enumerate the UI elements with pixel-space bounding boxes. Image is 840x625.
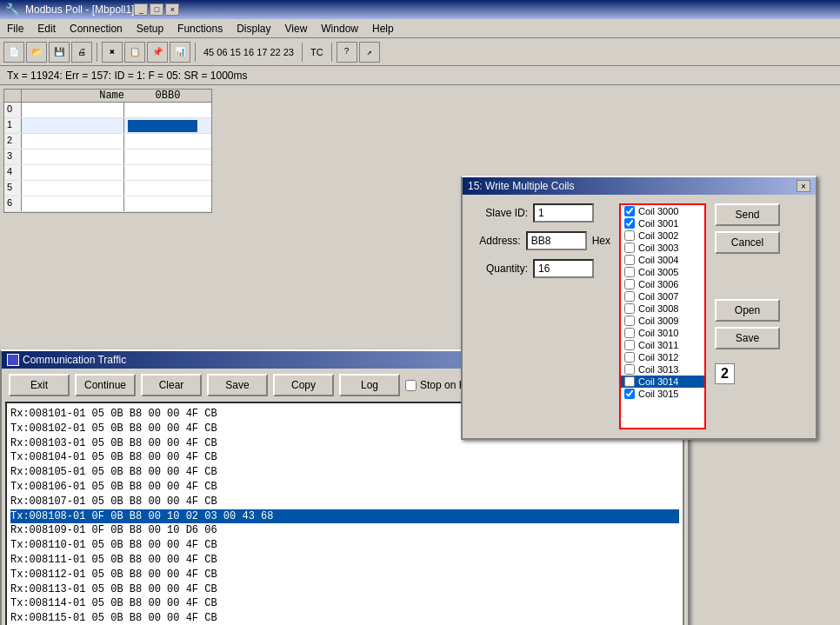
stop-on-error-checkbox[interactable]: [405, 380, 417, 391]
new-button[interactable]: 📄: [3, 42, 24, 63]
open-coils-button[interactable]: Open: [715, 299, 780, 322]
row-name-2[interactable]: [22, 134, 124, 149]
coil-checkbox[interactable]: [624, 279, 635, 289]
coil-item[interactable]: Coil 3000: [621, 205, 704, 217]
send-button[interactable]: Send: [715, 203, 780, 226]
coil-checkbox[interactable]: [624, 267, 635, 277]
maximize-button[interactable]: □: [150, 3, 163, 16]
menu-help[interactable]: Help: [365, 21, 401, 37]
address-label: Address:: [471, 235, 521, 247]
copy-button[interactable]: 📋: [124, 42, 145, 63]
coil-checkbox[interactable]: [624, 328, 635, 338]
coil-item[interactable]: Coil 3012: [621, 351, 704, 363]
clear-button[interactable]: Clear: [141, 374, 202, 396]
coil-item[interactable]: Coil 3004: [621, 254, 704, 266]
coil-item[interactable]: Coil 3003: [621, 242, 704, 254]
delete-button[interactable]: ✖: [102, 42, 123, 63]
grid-row-3[interactable]: 3: [4, 150, 211, 165]
coil-item[interactable]: Coil 3005: [621, 266, 704, 278]
row-name-3[interactable]: [22, 150, 124, 164]
row-value-2[interactable]: [124, 134, 211, 149]
coil-item[interactable]: Coil 3014: [621, 376, 704, 388]
menu-setup[interactable]: Setup: [130, 21, 170, 37]
coil-item[interactable]: Coil 3008: [621, 303, 704, 315]
coil-item[interactable]: Coil 3009: [621, 315, 704, 327]
row-value-3[interactable]: [124, 150, 211, 164]
menu-file[interactable]: File: [0, 21, 30, 37]
log-button[interactable]: Log: [339, 374, 400, 396]
row-value-0[interactable]: [124, 103, 211, 117]
monitor-button[interactable]: 📊: [170, 42, 190, 63]
coil-label: Coil 3002: [638, 230, 678, 241]
about-button[interactable]: ↗: [359, 42, 380, 63]
menu-window[interactable]: Window: [314, 21, 365, 37]
grid-row-5[interactable]: 5: [4, 181, 211, 196]
coil-item[interactable]: Coil 3010: [621, 327, 704, 339]
coil-checkbox[interactable]: [624, 316, 635, 326]
row-name-5[interactable]: [22, 181, 124, 196]
row-name-0[interactable]: [22, 103, 124, 117]
row-value-6[interactable]: [124, 196, 211, 211]
menu-view[interactable]: View: [278, 21, 315, 37]
coil-checkbox[interactable]: [624, 389, 635, 399]
save-coils-button[interactable]: Save: [715, 327, 780, 349]
coil-checkbox[interactable]: [624, 376, 635, 387]
exit-button[interactable]: Exit: [9, 374, 70, 396]
coil-checkbox[interactable]: [624, 255, 635, 265]
menu-display[interactable]: Display: [230, 21, 277, 37]
coil-item[interactable]: Coil 3002: [621, 229, 704, 242]
separator-4: [331, 43, 332, 62]
coil-checkbox[interactable]: [624, 218, 635, 229]
row-name-1[interactable]: [22, 118, 124, 133]
slave-id-label: Slave ID:: [471, 207, 528, 219]
grid-row-6[interactable]: 6: [4, 196, 211, 212]
coil-label: Coil 3008: [638, 303, 678, 314]
row-name-6[interactable]: [22, 196, 124, 211]
paste-button[interactable]: 📌: [147, 42, 168, 63]
coil-item[interactable]: Coil 3007: [621, 290, 704, 303]
menu-edit[interactable]: Edit: [30, 21, 63, 37]
coil-checkbox[interactable]: [624, 243, 635, 253]
grid-row-1[interactable]: 1: [4, 118, 211, 134]
coil-item[interactable]: Coil 3013: [621, 363, 704, 376]
coil-checkbox[interactable]: [624, 364, 635, 375]
save-comm-button[interactable]: Save: [207, 374, 268, 396]
help-button[interactable]: ?: [337, 42, 357, 63]
coils-list[interactable]: Coil 3000Coil 3001Coil 3002Coil 3003Coil…: [619, 203, 706, 429]
minimize-button[interactable]: _: [134, 3, 148, 16]
menu-functions[interactable]: Functions: [170, 21, 230, 37]
cancel-button[interactable]: Cancel: [715, 231, 780, 254]
row-value-1[interactable]: [124, 118, 211, 133]
row-num-4: 4: [4, 165, 22, 180]
coil-item[interactable]: Coil 3011: [621, 339, 704, 351]
coil-item[interactable]: Coil 3006: [621, 278, 704, 290]
grid-row-0[interactable]: 0: [4, 103, 211, 118]
coil-checkbox[interactable]: [624, 291, 635, 302]
coil-label: Coil 3015: [638, 389, 678, 399]
print-button[interactable]: 🖨: [71, 42, 92, 63]
coil-checkbox[interactable]: [624, 230, 635, 241]
open-button[interactable]: 📂: [26, 42, 47, 63]
coil-item[interactable]: Coil 3015: [621, 388, 704, 400]
coil-item[interactable]: Coil 3001: [621, 217, 704, 229]
coil-checkbox[interactable]: [624, 206, 635, 216]
coils-dialog-close[interactable]: ×: [797, 180, 810, 192]
row-value-5[interactable]: [124, 181, 211, 196]
coil-checkbox[interactable]: [624, 303, 635, 314]
row-value-4[interactable]: [124, 165, 211, 180]
menu-connection[interactable]: Connection: [63, 21, 130, 37]
row-name-4[interactable]: [22, 165, 124, 180]
button-spacer: [715, 259, 784, 294]
close-button[interactable]: ×: [165, 3, 179, 16]
slave-id-input[interactable]: [533, 203, 594, 223]
grid-row-4[interactable]: 4: [4, 165, 211, 181]
grid-row-2[interactable]: 2: [4, 134, 211, 150]
copy-comm-button[interactable]: Copy: [273, 374, 334, 396]
coil-checkbox[interactable]: [624, 340, 635, 350]
coil-checkbox[interactable]: [624, 352, 635, 362]
quantity-input[interactable]: [533, 259, 594, 278]
save-button[interactable]: 💾: [49, 42, 70, 63]
address-input[interactable]: [526, 231, 587, 250]
continue-button[interactable]: Continue: [75, 374, 136, 396]
coil-label: Coil 3001: [638, 218, 678, 229]
